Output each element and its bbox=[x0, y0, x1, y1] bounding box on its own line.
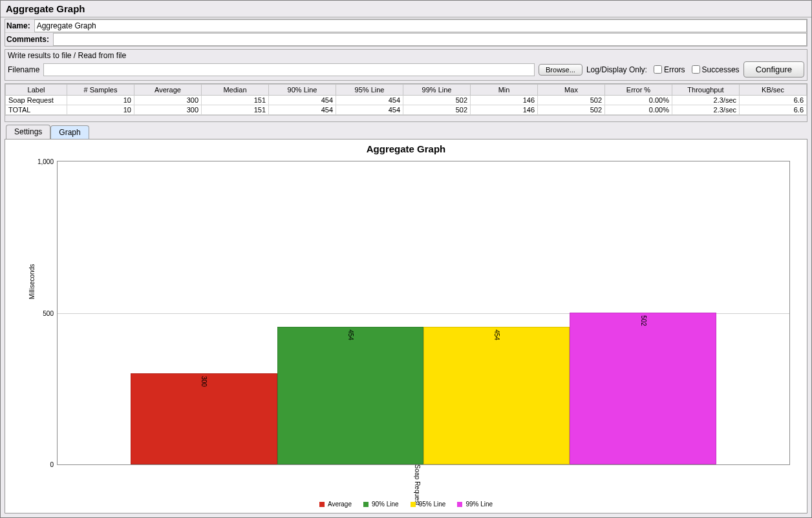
name-label: Name: bbox=[5, 20, 34, 32]
file-panel: Write results to file / Read from file F… bbox=[5, 49, 807, 81]
cell-tp: 2.3/sec bbox=[672, 96, 740, 105]
table-header-row: Label # Samples Average Median 90% Line … bbox=[6, 85, 807, 96]
file-panel-legend: Write results to file / Read from file bbox=[8, 51, 804, 60]
cell-p99: 502 bbox=[403, 105, 471, 115]
stats-table: Label # Samples Average Median 90% Line … bbox=[5, 84, 807, 115]
errors-checkbox-wrap[interactable]: Errors bbox=[654, 65, 685, 74]
log-display-group: Log/Display Only: Errors Successes bbox=[586, 65, 740, 74]
th-throughput[interactable]: Throughput bbox=[672, 85, 740, 96]
cell-p90: 454 bbox=[269, 105, 336, 115]
plot-container: Milliseconds 05001,000300454454502Soap R… bbox=[37, 158, 793, 468]
filename-input[interactable] bbox=[43, 63, 535, 76]
name-input[interactable] bbox=[34, 19, 807, 32]
cell-samples: 10 bbox=[67, 105, 134, 115]
plot: Milliseconds 05001,000300454454502Soap R… bbox=[57, 161, 790, 465]
legend-label: Average bbox=[328, 501, 352, 508]
stats-table-wrap: Label # Samples Average Median 90% Line … bbox=[5, 83, 807, 122]
legend-item: 90% Line bbox=[363, 501, 399, 508]
y-tick: 1,000 bbox=[37, 158, 58, 165]
legend-label: 99% Line bbox=[465, 501, 493, 508]
y-axis-label: Milliseconds bbox=[28, 264, 36, 298]
cell-max: 502 bbox=[538, 105, 605, 115]
errors-checkbox-label: Errors bbox=[664, 65, 685, 74]
cell-tp: 2.3/sec bbox=[672, 105, 740, 115]
cell-p95: 454 bbox=[336, 105, 403, 115]
cell-p90: 454 bbox=[269, 96, 336, 105]
page-title: Aggregate Graph bbox=[6, 3, 85, 14]
cell-min: 146 bbox=[471, 105, 538, 115]
th-median[interactable]: Median bbox=[202, 85, 269, 96]
cell-median: 151 bbox=[202, 105, 269, 115]
cell-avg: 300 bbox=[134, 96, 202, 105]
cell-kbsec: 6.6 bbox=[740, 96, 807, 105]
tab-settings[interactable]: Settings bbox=[6, 125, 50, 139]
bar-90-line: 454 bbox=[277, 327, 423, 464]
comments-row: Comments: bbox=[5, 33, 807, 46]
th-min[interactable]: Min bbox=[471, 85, 538, 96]
legend-item: 99% Line bbox=[457, 501, 493, 508]
cell-label: TOTAL bbox=[6, 105, 67, 115]
table-row[interactable]: TOTAL 10 300 151 454 454 502 146 502 0.0… bbox=[6, 105, 807, 115]
bars-group: 300454454502Soap Request bbox=[131, 161, 716, 464]
cell-min: 146 bbox=[471, 96, 538, 105]
bar-value-label: 454 bbox=[493, 329, 500, 340]
browse-button[interactable]: Browse... bbox=[539, 64, 582, 76]
legend-swatch bbox=[411, 502, 416, 507]
log-display-only-label: Log/Display Only: bbox=[586, 65, 647, 74]
chart-area: Aggregate Graph Milliseconds 05001,00030… bbox=[5, 139, 807, 513]
cell-label: Soap Request bbox=[6, 96, 67, 105]
th-average[interactable]: Average bbox=[134, 85, 202, 96]
th-label[interactable]: Label bbox=[6, 85, 67, 96]
th-95line[interactable]: 95% Line bbox=[336, 85, 403, 96]
window: Aggregate Graph Name: Comments: Write re… bbox=[0, 0, 812, 518]
cell-max: 502 bbox=[538, 96, 605, 105]
bar-average: 300 bbox=[131, 373, 277, 464]
table-row[interactable]: Soap Request 10 300 151 454 454 502 146 … bbox=[6, 96, 807, 105]
comments-input[interactable] bbox=[53, 33, 807, 46]
bar-value-label: 454 bbox=[347, 329, 354, 340]
legend-swatch bbox=[363, 502, 369, 507]
cell-err: 0.00% bbox=[605, 105, 672, 115]
y-tick: 500 bbox=[43, 309, 58, 316]
y-tick: 0 bbox=[50, 461, 58, 468]
successes-checkbox[interactable] bbox=[692, 65, 700, 74]
th-samples[interactable]: # Samples bbox=[67, 85, 134, 96]
cell-median: 151 bbox=[202, 96, 269, 105]
tab-graph[interactable]: Graph bbox=[50, 125, 89, 140]
th-kbsec[interactable]: KB/sec bbox=[740, 85, 807, 96]
x-category-label: Soap Request bbox=[414, 464, 423, 505]
cell-p95: 454 bbox=[336, 96, 403, 105]
bar-value-label: 502 bbox=[639, 315, 646, 326]
comments-label: Comments: bbox=[5, 34, 53, 45]
table-spacer bbox=[5, 115, 807, 121]
th-90line[interactable]: 90% Line bbox=[269, 85, 336, 96]
bar-95-line: 454 bbox=[423, 327, 570, 464]
cell-samples: 10 bbox=[67, 96, 134, 105]
file-row: Filename Browse... Log/Display Only: Err… bbox=[8, 61, 804, 78]
th-error[interactable]: Error % bbox=[605, 85, 672, 96]
fields-panel: Name: Comments: bbox=[5, 19, 807, 47]
th-99line[interactable]: 99% Line bbox=[403, 85, 471, 96]
cell-p99: 502 bbox=[403, 96, 471, 105]
errors-checkbox[interactable] bbox=[654, 65, 662, 74]
title-bar: Aggregate Graph bbox=[1, 1, 811, 17]
chart-title: Aggregate Graph bbox=[5, 140, 807, 158]
legend-item: Average bbox=[319, 501, 352, 508]
cell-avg: 300 bbox=[134, 105, 202, 115]
legend-swatch bbox=[457, 502, 462, 507]
filename-label: Filename bbox=[8, 65, 39, 74]
legend-item: 95% Line bbox=[411, 501, 446, 508]
legend-swatch bbox=[319, 502, 325, 507]
bar-value-label: 300 bbox=[200, 376, 208, 387]
bar-99-line: 502 bbox=[570, 313, 716, 464]
cell-err: 0.00% bbox=[605, 96, 672, 105]
th-max[interactable]: Max bbox=[538, 85, 605, 96]
tabs-row: Settings Graph bbox=[1, 125, 811, 139]
configure-button[interactable]: Configure bbox=[743, 61, 804, 78]
successes-checkbox-label: Successes bbox=[702, 65, 740, 74]
name-row: Name: bbox=[5, 19, 807, 33]
legend: Average90% Line95% Line99% Line bbox=[5, 501, 807, 508]
cell-kbsec: 6.6 bbox=[740, 105, 807, 115]
legend-label: 95% Line bbox=[419, 501, 446, 508]
successes-checkbox-wrap[interactable]: Successes bbox=[692, 65, 740, 74]
